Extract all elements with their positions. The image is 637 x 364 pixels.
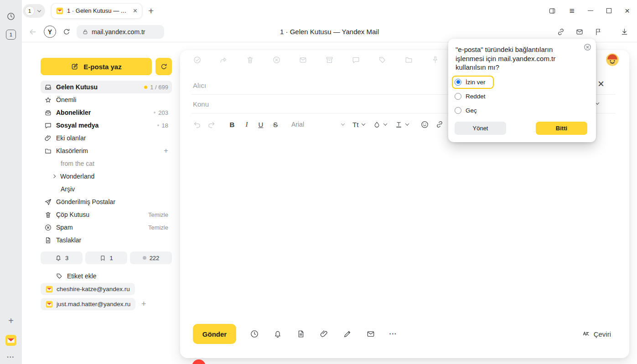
bold-button[interactable]: B [228,121,237,128]
back-button[interactable] [28,27,37,36]
pin-icon[interactable] [431,56,440,64]
share-link-icon[interactable] [557,28,565,36]
radio-option-deny[interactable]: Reddet [455,90,596,103]
yandex-mail-app-button[interactable] [5,334,17,346]
attach-file-icon[interactable] [320,329,329,338]
close-compose-button[interactable]: × [598,77,604,90]
sidebar-more-button[interactable]: ••• [7,355,15,359]
reminders-badge[interactable]: 3 [41,251,83,264]
unread-badge[interactable]: 222 [130,251,172,264]
compose-bottom-bar: Gönder ••• Çeviri [193,324,611,344]
archive-icon[interactable] [325,56,334,64]
minimize-button[interactable] [588,10,593,11]
add-account-button[interactable]: + [141,298,146,310]
tab-close-button[interactable]: × [133,7,137,15]
sidebar-item-subscriptions[interactable]: Abonelikler 203 [41,106,172,119]
forward-icon[interactable] [219,56,228,64]
attach-from-mail-icon[interactable] [366,329,375,338]
sidebar-item-drafts[interactable]: Taslaklar [41,234,172,246]
radio-selected-icon[interactable] [455,79,461,86]
radio-label: Reddet [466,93,486,100]
sidebar-item-social[interactable]: Sosyal medya 18 [41,119,172,132]
yandex-home-button[interactable]: Y [44,26,56,38]
sidebar-item-trash[interactable]: Çöp Kutusu Temizle [41,208,172,221]
empty-trash-link[interactable]: Temizle [148,211,168,218]
maximize-button[interactable] [606,8,611,13]
reload-button[interactable] [62,28,71,36]
schedule-send-icon[interactable] [250,329,259,338]
notify-icon[interactable] [273,329,282,338]
radio-option-allow[interactable]: İzin ver [455,77,486,88]
mark-spam-icon[interactable] [272,56,281,64]
close-window-button[interactable]: × [625,6,630,15]
refresh-mail-button[interactable] [155,58,172,75]
sidebar-item-sent[interactable]: Gönderilmiş Postalar [41,195,172,208]
sidebar-folder-archive[interactable]: Arşiv [41,183,172,195]
dialog-close-icon[interactable] [583,43,592,51]
undo-icon[interactable] [193,120,202,129]
redo-icon[interactable] [207,120,216,129]
sidebar-folder-from-the-cat[interactable]: from the cat [41,157,172,170]
done-button[interactable]: Bitti [536,122,587,135]
new-tab-button[interactable]: + [148,6,154,15]
insert-link-button[interactable] [435,120,444,128]
side-panel-icon[interactable] [548,7,556,15]
bookmarked-badge[interactable]: 1 [85,251,127,264]
send-button[interactable]: Gönder [193,324,236,344]
sidebar-folder-wonderland[interactable]: Wonderland [41,170,172,183]
sidebar-add-button[interactable]: + [8,316,14,325]
highlight-color-icon [373,121,381,128]
radio-option-skip[interactable]: Geç [455,104,596,117]
sidebar-item-label: Önemli [56,96,76,103]
signature-icon[interactable] [343,329,352,338]
label-icon[interactable] [378,56,387,64]
browser-menu-button[interactable]: ≡ [570,6,575,16]
more-options-button[interactable]: ••• [389,332,397,336]
downloads-icon[interactable] [620,27,629,36]
template-icon[interactable] [296,329,306,338]
account-cheshire[interactable]: cheshire-katze@yandex.ru [41,283,135,295]
manage-button[interactable]: Yönet [455,122,506,135]
strikethrough-button[interactable]: S [271,121,280,128]
font-size-select[interactable]: Tt [352,121,365,128]
protocol-handler-mail-icon[interactable] [575,28,584,36]
tab-group-chip[interactable]: 1 [23,4,45,18]
emoji-button[interactable] [420,120,429,129]
compose-label: E-posta yaz [83,63,121,71]
inbox-icon [44,83,52,91]
move-to-folder-icon[interactable] [404,56,413,64]
sidebar-item-with-attachments[interactable]: Eki olanlar [41,132,172,144]
history-button[interactable] [5,10,17,22]
delete-icon[interactable] [246,56,254,64]
add-folder-button[interactable]: + [164,146,168,155]
sidebar-item-spam[interactable]: Spam Temizle [41,221,172,234]
font-family-select[interactable]: Arial [291,121,344,128]
sidebar-item-important[interactable]: Önemli [41,93,172,106]
chevron-right-icon[interactable] [52,174,56,178]
active-tab[interactable]: 1 · Gelen Kutusu — Yandex Mail × [51,3,142,19]
sidebar-item-my-folders[interactable]: Klasörlerim + [41,144,172,157]
font-size-value: Tt [352,121,358,128]
italic-button[interactable]: I [243,121,250,128]
compose-email-button[interactable]: E-posta yaz [41,58,152,75]
address-bar[interactable]: mail.yandex.com.tr [77,25,164,39]
underline-button[interactable]: U [257,121,265,128]
bookmark-flag-icon[interactable] [594,28,602,36]
account-hatter[interactable]: just.mad.hatter@yandex.ru [41,298,135,310]
comment-icon[interactable] [352,56,360,64]
yandex-mail-logo-icon [5,334,17,346]
empty-spam-link[interactable]: Temizle [148,224,168,231]
sidebar-item-inbox[interactable]: Gelen Kutusu 1 / 699 [41,81,172,93]
add-label-button[interactable]: Etiket ekle [41,270,97,282]
page-title: 1 · Gelen Kutusu — Yandex Mail [280,28,379,36]
translate-button[interactable]: Çeviri [582,330,611,338]
radio-icon[interactable] [455,93,461,100]
tab-count-badge[interactable]: 1 [6,30,16,40]
highlight-color-select[interactable] [373,121,387,128]
mark-read-icon[interactable] [299,56,307,64]
radio-icon[interactable] [455,107,461,114]
select-all-icon[interactable] [193,56,202,64]
user-avatar[interactable] [606,53,619,67]
text-color-select[interactable] [395,121,409,128]
sidebar-item-label: from the cat [61,160,94,167]
